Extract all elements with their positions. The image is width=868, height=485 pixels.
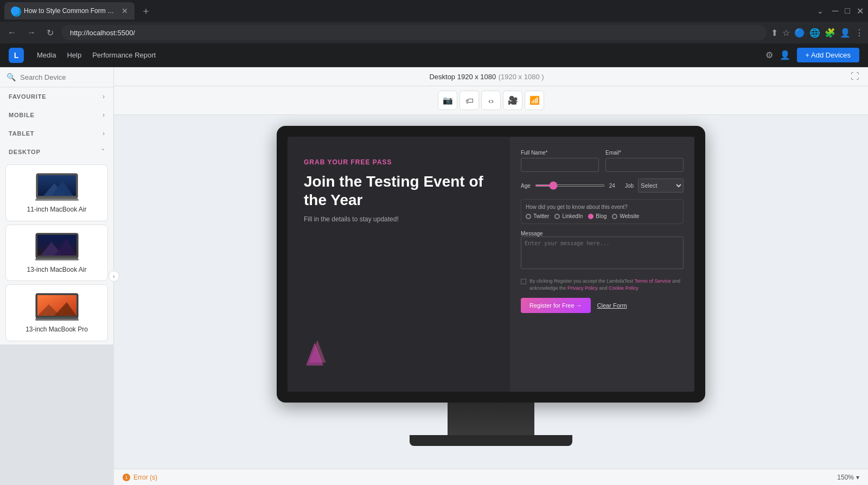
terms-of-service-link[interactable]: Terms of Service [634,278,671,284]
forward-button[interactable]: → [24,25,39,40]
age-job-row: Age 24 Job Select [521,178,684,193]
email-input[interactable] [605,158,684,172]
browser-tab[interactable]: 🌐 How to Style Common Form Ele... ✕ [4,2,135,20]
status-bar: 1 Error (s) 150% ▾ [114,469,868,485]
app-header: L Media Help Performance Report ⚙ 👤 + Ad… [0,43,868,67]
cookie-policy-link[interactable]: Cookie Policy [609,285,639,291]
section-favourite-header[interactable]: FAVOURITE › [0,87,113,106]
message-label: Message [521,231,684,237]
privacy-policy-link[interactable]: Privacy Policy [567,285,598,291]
job-select[interactable]: Select [638,178,684,193]
settings-button[interactable]: ⚙ [765,50,773,60]
device-title-text: Desktop 1920 x 1080 [429,73,496,81]
clear-form-button[interactable]: Clear Form [597,302,627,309]
radio-twitter[interactable]: Twitter [526,213,549,219]
radio-website[interactable]: Website [612,213,639,219]
device-card-11-macbook-air[interactable]: 11-inch MacBook Air [5,164,108,221]
nav-performance[interactable]: Performance Report [92,51,156,59]
minimize-button[interactable]: ─ [832,6,838,16]
email-field: Email* [605,150,684,172]
zoom-dropdown-icon: ▾ [856,474,859,481]
section-favourite-label: FAVOURITE [9,93,46,100]
radio-label-blog: Blog [596,213,607,219]
sidebar-wrapper: 🔍 FAVOURITE › MOBILE › TABLET [0,67,114,485]
video-tool[interactable]: 🎥 [503,91,522,110]
close-window-button[interactable]: ✕ [857,6,864,16]
share-icon[interactable]: ⬆ [771,28,778,38]
device-name-13-macbook-air: 13-inch MacBook Air [27,266,86,275]
device-card-13-macbook-air[interactable]: 13-inch MacBook Air [5,225,108,282]
chevron-right-icon-tablet: › [103,130,105,137]
device-name-11-macbook-air: 11-inch MacBook Air [27,206,86,214]
grab-text: GRAB YOUR FREE PASS [304,158,494,166]
address-bar-row: ← → ↻ ⬆ ☆ 🔵 🌐 🧩 👤 ⋮ [0,22,868,43]
know-title: How did you get to know about this event… [526,204,679,210]
age-slider[interactable] [535,184,605,187]
viewport: GRAB YOUR FREE PASS Join the Testing Eve… [114,115,868,469]
svg-rect-13 [35,259,79,260]
radio-label-linkedin: LinkedIn [562,213,583,219]
restore-button[interactable]: □ [845,6,850,16]
browser-chrome: 🌐 How to Style Common Form Ele... ✕ ＋ ⌄ … [0,0,868,22]
tab-favicon: 🌐 [11,7,20,15]
content-area: Desktop 1920 x 1080 (1920 x 1080 ) ⛶ 📷 🏷… [114,67,868,485]
form-heading: Join the Testing Event of the Year [304,173,494,209]
section-desktop: DESKTOP ˅ [0,143,113,344]
section-tablet-label: TABLET [9,130,34,137]
add-devices-button[interactable]: + Add Devices [797,48,859,62]
radio-blog[interactable]: Blog [588,213,607,219]
radio-label-twitter: Twitter [533,213,549,219]
terms-checkbox[interactable] [521,279,526,284]
profile-icon[interactable]: 👤 [840,28,851,38]
close-tab-button[interactable]: ✕ [122,7,128,15]
search-device-input[interactable] [20,73,107,81]
full-name-label: Full Name* [521,150,599,156]
new-tab-button[interactable]: ＋ [141,4,151,17]
main-layout: 🔍 FAVOURITE › MOBILE › TABLET [0,67,868,485]
inspect-tool[interactable]: 🏷 [459,91,479,110]
bookmark-icon[interactable]: ☆ [782,28,790,38]
nav-media[interactable]: Media [37,51,56,59]
reload-button[interactable]: ↻ [43,25,57,40]
radio-dot-website [612,214,617,219]
section-tablet-header[interactable]: TABLET › [0,124,113,143]
tab-title: How to Style Common Form Ele... [24,7,117,15]
device-dimensions: (1920 x 1080 ) [499,73,544,81]
extension-icon-2[interactable]: 🌐 [809,28,820,38]
register-button[interactable]: Register for Free → [521,298,591,313]
search-device-container: 🔍 [0,67,113,87]
age-label: Age [521,183,531,189]
app-logo: L [9,48,24,63]
user-button[interactable]: 👤 [780,50,790,60]
screenshot-tool[interactable]: 📷 [438,91,457,110]
section-mobile-header[interactable]: MOBILE › [0,106,113,124]
section-tablet: TABLET › [0,124,113,143]
logo-shape [304,335,331,368]
radio-dot-blog [588,214,593,219]
sidebar-collapse-button[interactable]: ‹ [108,271,119,282]
device-card-13-macbook-pro[interactable]: 13-inch MacBook Pro [5,284,108,341]
menu-icon[interactable]: ⋮ [855,28,864,38]
monitor-wrapper: GRAB YOUR FREE PASS Join the Testing Eve… [277,126,705,446]
extension-icon-1[interactable]: 🔵 [794,28,805,38]
radio-linkedin[interactable]: LinkedIn [554,213,583,219]
tab-list-button[interactable]: ⌄ [817,7,824,15]
message-textarea[interactable] [521,237,684,269]
device-image-11-macbook-air [35,171,79,201]
error-count-dot: 1 [123,474,130,481]
nav-help[interactable]: Help [67,51,81,59]
device-info-bar: Desktop 1920 x 1080 (1920 x 1080 ) ⛶ [114,67,868,86]
full-name-input[interactable] [521,158,599,172]
section-desktop-header[interactable]: DESKTOP ˅ [0,143,113,161]
network-tool[interactable]: 📶 [525,91,544,110]
back-button[interactable]: ← [4,25,20,40]
message-section: Message [521,231,684,271]
form-subtext: Fill in the details to stay updated! [304,215,494,223]
fullscreen-icon[interactable]: ⛶ [851,72,859,81]
email-label: Email* [605,150,684,156]
address-bar[interactable] [61,25,767,40]
zoom-control[interactable]: 150% ▾ [837,474,859,481]
code-tool[interactable]: ‹› [481,91,501,110]
extensions-icon[interactable]: 🧩 [825,28,835,38]
device-image-13-macbook-air [35,232,79,261]
